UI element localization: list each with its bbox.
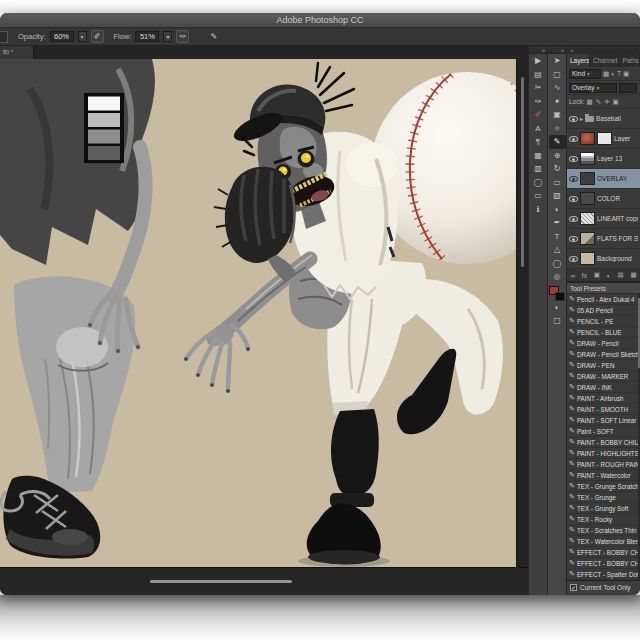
layer-visibility-eye-icon[interactable] — [569, 236, 578, 242]
clone-source-panel-icon[interactable]: ✂ — [530, 81, 547, 95]
histogram-panel-icon[interactable]: ▭ — [530, 189, 547, 203]
lock-option-icon[interactable]: ▦ — [587, 98, 593, 106]
layer-visibility-eye-icon[interactable] — [569, 196, 578, 202]
brush-panel-toggle-icon[interactable]: ✎ — [207, 30, 220, 43]
layers-footer-icon[interactable]: ▦ — [630, 271, 636, 279]
tool-preset-row[interactable]: ✎ EFFECT - BOBBY CHIU - HA — [567, 547, 640, 558]
brush-preset-picker[interactable] — [0, 31, 8, 43]
shape-tool[interactable]: ◯ — [549, 257, 566, 271]
actions-panel-icon[interactable]: ▶ — [530, 54, 547, 68]
tool-presets-header[interactable]: Tool Presets — [567, 282, 640, 294]
tool-preset-row[interactable]: ✎ TEX - Grunge Scratches — [567, 481, 640, 492]
vertical-scrollbar-thumb[interactable] — [521, 77, 524, 267]
layers-footer-icon[interactable]: ◐ — [607, 272, 611, 279]
canvas[interactable] — [0, 59, 516, 567]
swatches-panel-icon[interactable]: ▦ — [530, 149, 547, 163]
current-tool-only-checkbox[interactable]: ✓ — [570, 584, 577, 591]
opacity-field-cut[interactable] — [619, 83, 637, 93]
layer-visibility-eye-icon[interactable] — [569, 156, 578, 162]
layers-footer-icon[interactable]: fx — [582, 272, 587, 279]
tool-preset-row[interactable]: ✎ PAINT - ROUGH PAINT SOF — [567, 459, 640, 470]
quick-mask-icon[interactable]: ◐ — [549, 301, 566, 315]
filter-type-icon[interactable]: ▦ — [603, 70, 609, 78]
tool-preset-row[interactable]: ✎ PAINT - SOFT Linear Dodge — [567, 415, 640, 426]
gradient-tool[interactable]: ▧ — [549, 189, 566, 203]
tool-preset-row[interactable]: ✎ TEX - Rocky — [567, 514, 640, 525]
move-tool[interactable]: ➤ — [549, 54, 566, 68]
tool-preset-row[interactable]: ✎ TEX - Grungy Soft — [567, 503, 640, 514]
panel-tab[interactable]: Channels — [590, 54, 619, 67]
brush-panel-icon[interactable]: ✐ — [530, 108, 547, 122]
color-swatches[interactable] — [549, 286, 565, 301]
eyedropper-tool[interactable]: ✧ — [549, 122, 566, 136]
OVERLAY[interactable]: ▸ OVERLAY — [567, 169, 640, 189]
layer-visibility-eye-icon[interactable] — [569, 176, 578, 182]
tool-preset-row[interactable]: ✎ DRAW - PEN — [567, 360, 640, 371]
layers-footer-icon[interactable]: ▣ — [594, 271, 600, 279]
tool-preset-row[interactable]: ✎ DRAW - INK — [567, 382, 640, 393]
tool-preset-row[interactable]: ✎ PAINT - Airbrush — [567, 393, 640, 404]
clone-stamp-tool[interactable]: ⊕ — [549, 149, 566, 163]
history-brush-tool[interactable]: ↻ — [549, 162, 566, 176]
tool-preset-row[interactable]: ✎ EFFECT - BOBBY CHIU - HA — [567, 558, 640, 569]
Layer 13[interactable]: ▸ Layer 13 — [567, 149, 640, 169]
magic-wand-tool[interactable]: ✦ — [549, 95, 566, 109]
kind-filter-dropdown[interactable]: Kind▾ — [569, 69, 601, 79]
brush-settings-panel-icon[interactable]: ✑ — [530, 95, 547, 109]
horizontal-scrollbar-thumb[interactable] — [150, 580, 292, 583]
opacity-value[interactable]: 60% — [50, 31, 74, 42]
color-panel-icon[interactable]: ▥ — [530, 162, 547, 176]
tool-preset-row[interactable]: ✎ 05 AD Pencil — [567, 305, 640, 316]
tool-preset-row[interactable]: ✎ TEX - Scratches Thin — [567, 525, 640, 536]
layer-visibility-eye-icon[interactable] — [569, 256, 578, 262]
zoom-tool[interactable]: ◎ — [549, 270, 566, 284]
tool-preset-row[interactable]: ✎ PAINT - BOBBY CHIU — [567, 437, 640, 448]
tool-preset-row[interactable]: ✎ PAINT - HIGHLIGHTS — [567, 448, 640, 459]
paragraph-panel-icon[interactable]: ¶ — [530, 135, 547, 149]
filter-type-icon[interactable]: T — [617, 70, 621, 78]
Layer[interactable]: ▸ Layer — [567, 129, 640, 149]
lock-option-icon[interactable]: ✛ — [604, 98, 609, 106]
lock-option-icon[interactable]: ▣ — [613, 98, 619, 106]
Background[interactable]: ▸ Background — [567, 249, 640, 269]
Baseball[interactable]: ▸ Baseball — [567, 109, 640, 129]
opacity-dropdown-icon[interactable]: ▾ — [78, 31, 87, 42]
layer-visibility-eye-icon[interactable] — [569, 116, 578, 122]
crop-tool[interactable]: ▣ — [549, 108, 566, 122]
info-panel-icon[interactable]: ℹ — [530, 203, 547, 217]
opacity-pressure-toggle-icon[interactable]: ✐ — [91, 30, 104, 43]
marquee-tool[interactable]: ▢ — [549, 68, 566, 82]
tool-preset-row[interactable]: ✎ Pencil - Alex Dukal 4 — [567, 294, 640, 305]
background-color-swatch[interactable] — [555, 292, 565, 301]
COLOR[interactable]: ▸ COLOR — [567, 189, 640, 209]
tool-preset-row[interactable]: ✎ PENCIL - BLUE — [567, 327, 640, 338]
navigator-panel-icon[interactable]: ◯ — [530, 176, 547, 190]
tool-preset-row[interactable]: ✎ DRAW - Pencil Sketch — [567, 349, 640, 360]
tool-preset-row[interactable]: ✎ Paint - SOFT — [567, 426, 640, 437]
FLATS FOR SELEC[interactable]: ▸ FLATS FOR SELEC — [567, 229, 640, 249]
document-tab[interactable]: B) * — [0, 46, 34, 59]
tool-preset-row[interactable]: ✎ DRAW - Pencil — [567, 338, 640, 349]
layer-visibility-eye-icon[interactable] — [569, 136, 578, 142]
brush-tool[interactable]: ✎ — [549, 135, 566, 149]
blur-tool[interactable]: ◗ — [549, 203, 566, 217]
flow-dropdown-icon[interactable]: ▾ — [163, 31, 172, 42]
tool-preset-row[interactable]: ✎ DRAW - MARKER — [567, 371, 640, 382]
panels-collapse-icon[interactable]: « — [567, 46, 640, 54]
tool-preset-row[interactable]: ✎ EFFECT - Spatter Dots — [567, 569, 640, 580]
tool-preset-row[interactable]: ✎ TEX - Grunge — [567, 492, 640, 503]
dock-collapse-icon[interactable]: » — [529, 46, 547, 54]
blend-mode-dropdown[interactable]: Overlay▾ — [569, 83, 617, 93]
screen-mode-icon[interactable]: ▢ — [549, 314, 566, 328]
group-disclosure-icon[interactable]: ▸ — [580, 115, 583, 122]
path-select-tool[interactable]: △ — [549, 243, 566, 257]
layer-visibility-eye-icon[interactable] — [569, 216, 578, 222]
eraser-tool[interactable]: ▭ — [549, 176, 566, 190]
tool-preset-row[interactable]: ✎ TEX - Watercolor Blend — [567, 536, 640, 547]
tools-collapse-icon[interactable]: » — [548, 46, 566, 54]
panel-tab[interactable]: Layers — [567, 54, 590, 67]
layers-footer-icon[interactable]: ▤ — [617, 271, 623, 279]
layers-footer-icon[interactable]: ∞ — [570, 272, 575, 279]
character-panel-icon[interactable]: A — [530, 122, 547, 136]
lock-option-icon[interactable]: ✎ — [596, 98, 601, 106]
